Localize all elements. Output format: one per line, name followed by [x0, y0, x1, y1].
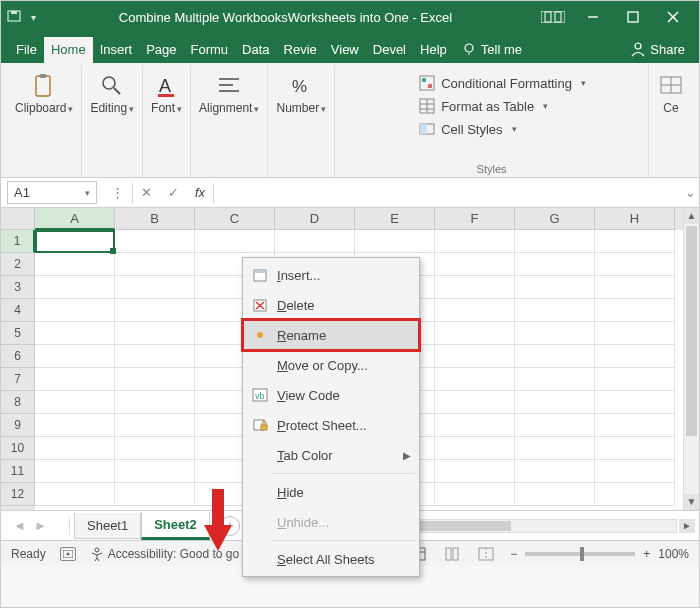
row-header[interactable]: 3	[1, 276, 35, 299]
zoom-in-button[interactable]: +	[643, 547, 650, 561]
macro-record-icon[interactable]	[60, 547, 76, 561]
close-button[interactable]	[655, 5, 691, 29]
insert-function-button[interactable]: fx	[187, 185, 213, 200]
formula-expand-icon[interactable]: ⌄	[681, 185, 699, 200]
ctx-delete[interactable]: Delete	[243, 290, 419, 320]
person-icon	[630, 41, 646, 57]
row-header[interactable]: 8	[1, 391, 35, 414]
col-header[interactable]: H	[595, 208, 675, 230]
view-page-layout-button[interactable]	[442, 546, 462, 562]
minimize-button[interactable]	[575, 5, 611, 29]
namebox-resize[interactable]: ⋮	[103, 185, 132, 200]
row-header[interactable]: 12	[1, 483, 35, 506]
row-header[interactable]: 10	[1, 437, 35, 460]
zoom-level[interactable]: 100%	[658, 547, 689, 561]
clipboard-icon	[30, 73, 58, 99]
sheet-prev-icon[interactable]: ◄	[13, 518, 26, 533]
tab-data[interactable]: Data	[235, 37, 276, 63]
select-all-corner[interactable]	[1, 208, 35, 230]
zoom-slider[interactable]	[525, 552, 635, 556]
share-button[interactable]: Share	[624, 36, 699, 63]
col-header[interactable]: G	[515, 208, 595, 230]
ctx-protect-sheet[interactable]: Protect Sheet...	[243, 410, 419, 440]
tab-formulas[interactable]: Formu	[184, 37, 236, 63]
tab-insert[interactable]: Insert	[93, 37, 140, 63]
font-button[interactable]: A Font▾	[151, 67, 182, 115]
row-header[interactable]: 7	[1, 368, 35, 391]
col-header[interactable]: D	[275, 208, 355, 230]
clipboard-button[interactable]: Clipboard▾	[15, 67, 73, 115]
cells-icon	[657, 73, 685, 99]
row-header[interactable]: 5	[1, 322, 35, 345]
name-box[interactable]: A1▾	[7, 181, 97, 204]
sheet-tab-sheet1[interactable]: Sheet1	[74, 513, 141, 539]
tell-me[interactable]: Tell me	[454, 36, 529, 63]
row-header[interactable]: 6	[1, 345, 35, 368]
separator	[271, 473, 415, 474]
conditional-formatting-button[interactable]: Conditional Formatting▾	[419, 75, 586, 91]
row-header[interactable]: 11	[1, 460, 35, 483]
col-header[interactable]: B	[115, 208, 195, 230]
cancel-formula-button[interactable]: ✕	[133, 185, 160, 200]
sheet-next-icon[interactable]: ►	[34, 518, 47, 533]
group-number: % Number▾	[268, 65, 335, 177]
maximize-button[interactable]	[615, 5, 651, 29]
tab-review[interactable]: Revie	[277, 37, 324, 63]
title-bar: ▾ Combine Multiple WorkbooksWorksheets i…	[1, 1, 699, 33]
col-header[interactable]: F	[435, 208, 515, 230]
tab-page-layout[interactable]: Page	[139, 37, 183, 63]
zoom-out-button[interactable]: −	[510, 547, 517, 561]
cond-format-icon	[419, 75, 435, 91]
hscroll-right-button[interactable]: ►	[679, 519, 695, 533]
vertical-scrollbar[interactable]: ▲ ▼	[683, 208, 699, 510]
sheet-context-menu: Insert... Delete Rename Move or Copy... …	[242, 257, 420, 577]
cell-styles-button[interactable]: Cell Styles▾	[419, 121, 586, 137]
fill-handle[interactable]	[110, 248, 116, 254]
row-header[interactable]: 9	[1, 414, 35, 437]
svg-marker-43	[204, 489, 232, 551]
formula-input[interactable]	[214, 188, 681, 198]
scroll-up-button[interactable]: ▲	[684, 208, 699, 224]
row-header[interactable]: 1	[1, 230, 35, 253]
ctx-insert[interactable]: Insert...	[243, 260, 419, 290]
editing-button[interactable]: Editing▾	[90, 67, 134, 115]
active-cell[interactable]	[35, 230, 115, 253]
accept-formula-button[interactable]: ✓	[160, 185, 187, 200]
cells-button[interactable]: Ce	[657, 67, 685, 115]
col-header[interactable]: C	[195, 208, 275, 230]
ctx-rename[interactable]: Rename	[243, 320, 419, 350]
number-button[interactable]: % Number▾	[276, 67, 326, 115]
ctx-tab-color[interactable]: Tab Color ▶	[243, 440, 419, 470]
ctx-select-all-sheets[interactable]: Select All Sheets	[243, 544, 419, 574]
column-headers[interactable]: A B C D E F G H	[35, 208, 683, 230]
scroll-down-button[interactable]: ▼	[684, 494, 699, 510]
svg-rect-17	[158, 94, 174, 97]
find-icon	[98, 73, 126, 99]
ctx-move-copy[interactable]: Move or Copy...	[243, 350, 419, 380]
group-alignment: Alignment▾	[191, 65, 268, 177]
row-header[interactable]: 2	[1, 253, 35, 276]
tab-developer[interactable]: Devel	[366, 37, 413, 63]
tab-view[interactable]: View	[324, 37, 366, 63]
alignment-button[interactable]: Alignment▾	[199, 67, 259, 115]
svg-rect-42	[261, 425, 267, 430]
autosave-icon[interactable]	[7, 9, 21, 26]
svg-point-14	[103, 77, 115, 89]
row-headers[interactable]: 1 2 3 4 5 6 7 8 9 10 11 12	[1, 230, 35, 510]
ctx-view-code[interactable]: vb View Code	[243, 380, 419, 410]
col-header[interactable]: A	[35, 208, 115, 230]
col-header[interactable]: E	[355, 208, 435, 230]
row-header[interactable]: 4	[1, 299, 35, 322]
ctx-hide[interactable]: Hide	[243, 477, 419, 507]
format-as-table-button[interactable]: Format as Table▾	[419, 98, 586, 114]
styles-label: Styles	[477, 159, 507, 177]
sheet-nav[interactable]: ◄ ►	[5, 518, 65, 533]
window-account-icon[interactable]	[535, 5, 571, 29]
tab-help[interactable]: Help	[413, 37, 454, 63]
svg-rect-12	[36, 76, 50, 96]
lightbulb-icon	[461, 41, 477, 57]
scroll-thumb[interactable]	[686, 226, 697, 436]
view-page-break-button[interactable]	[476, 546, 496, 562]
tab-home[interactable]: Home	[44, 37, 93, 63]
tab-file[interactable]: File	[9, 37, 44, 63]
